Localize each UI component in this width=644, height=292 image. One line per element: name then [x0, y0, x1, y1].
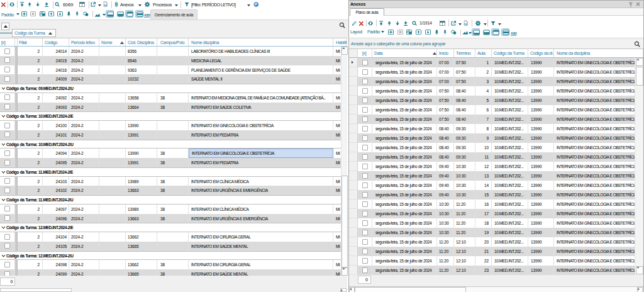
svg-text:ABC: ABC [144, 13, 150, 17]
svg-text:ABC: ABC [511, 31, 517, 35]
